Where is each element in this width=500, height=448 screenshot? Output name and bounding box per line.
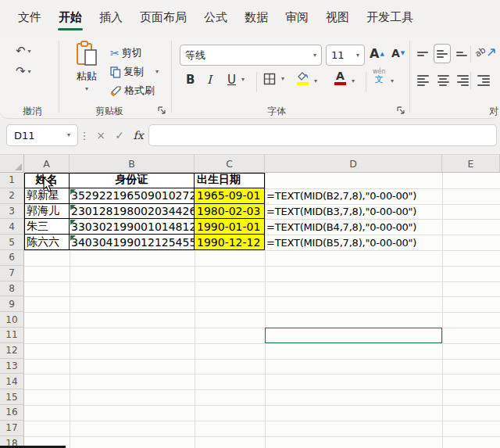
- column-header-E[interactable]: E: [442, 155, 500, 173]
- row-header-6[interactable]: 6: [0, 250, 24, 266]
- fill-color-button[interactable]: [296, 71, 309, 85]
- chevron-down-icon: ▾: [155, 69, 159, 75]
- font-color-button[interactable]: A: [334, 70, 346, 85]
- orientation-button[interactable]: ab: [475, 47, 496, 57]
- ribbon-tab-公式[interactable]: 公式: [203, 5, 228, 31]
- cell-C1[interactable]: 出生日期: [195, 173, 265, 188]
- column-header-A[interactable]: A: [24, 155, 70, 173]
- copy-button[interactable]: 复制 ▾: [110, 65, 159, 79]
- ribbon-tab-审阅[interactable]: 审阅: [284, 5, 309, 31]
- cell-C5[interactable]: 1990-12-12: [195, 235, 265, 250]
- cell-D3[interactable]: =TEXT(MID(B3,7,8),"0-00-00"): [265, 204, 442, 220]
- gridline-horizontal: [24, 343, 500, 344]
- row-header-12[interactable]: 12: [0, 343, 24, 359]
- font-name-combobox[interactable]: 等线 ▾: [180, 45, 322, 66]
- select-all-corner[interactable]: [0, 155, 24, 173]
- row-header-16[interactable]: 16: [0, 405, 24, 421]
- bold-icon: B: [186, 73, 195, 87]
- column-header-C[interactable]: C: [195, 155, 265, 173]
- insert-function-button[interactable]: fx: [130, 124, 147, 146]
- chevron-down-icon: ▾: [85, 86, 88, 92]
- cell-D5[interactable]: =TEXT(MID(B5,7,8),"0-00-00"): [265, 235, 442, 250]
- formula-bar-handle[interactable]: ⋮: [78, 124, 91, 146]
- chevron-down-icon[interactable]: ▾: [391, 78, 394, 84]
- confirm-entry-button[interactable]: ✓: [111, 124, 128, 146]
- cell-B2[interactable]: 352922196509010272: [70, 188, 195, 204]
- cell-C2[interactable]: 1965-09-01: [195, 188, 265, 204]
- ribbon-tab-开发工具[interactable]: 开发工具: [366, 5, 414, 31]
- decrease-font-size-button[interactable]: A▼: [391, 48, 405, 59]
- cell-D4[interactable]: =TEXT(MID(B4,7,8),"0-00-00"): [265, 219, 442, 235]
- cell-A4[interactable]: 朱三: [24, 219, 70, 235]
- button-separator: [470, 72, 471, 89]
- name-box[interactable]: D11 ▾: [6, 124, 78, 146]
- borders-button[interactable]: ▾: [263, 73, 284, 85]
- fill-bucket-icon: [296, 71, 309, 81]
- decrease-indent-button[interactable]: [475, 72, 492, 88]
- cell-A3[interactable]: 郭海儿: [24, 204, 70, 220]
- align-left-button[interactable]: [415, 72, 432, 88]
- error-indicator-triangle: [70, 220, 76, 225]
- ribbon-tab-插入[interactable]: 插入: [98, 5, 123, 31]
- chevron-down-icon[interactable]: ▾: [352, 78, 355, 84]
- cell-B1[interactable]: 身份证: [70, 173, 195, 188]
- row-header-3[interactable]: 3: [0, 204, 24, 220]
- paste-button[interactable]: 粘贴 ▾: [66, 41, 108, 106]
- cell-B4[interactable]: 330302199001014812: [70, 219, 195, 235]
- gridline-horizontal: [24, 405, 500, 406]
- row-header-11[interactable]: 11: [0, 328, 24, 343]
- font-size-combobox[interactable]: 11 ▾: [326, 45, 365, 66]
- cut-button[interactable]: ✂ 剪切: [110, 46, 142, 60]
- increase-font-size-button[interactable]: A▲: [370, 48, 384, 60]
- cell-D2[interactable]: =TEXT(MID(B2,7,8),"0-00-00"): [265, 188, 442, 204]
- orientation-ab-icon: ab: [473, 45, 488, 59]
- row-header-14[interactable]: 14: [0, 374, 24, 389]
- cell-B5[interactable]: 340304199012125455: [70, 235, 195, 250]
- error-indicator-triangle: [70, 235, 76, 241]
- ribbon-tab-页面布局[interactable]: 页面布局: [139, 5, 188, 31]
- bottom-align-button[interactable]: [454, 45, 471, 62]
- row-header-13[interactable]: 13: [0, 359, 24, 375]
- align-center-button[interactable]: [434, 72, 452, 88]
- row-header-4[interactable]: 4: [0, 219, 24, 235]
- row-header-9[interactable]: 9: [0, 296, 24, 312]
- format-painter-button[interactable]: 格式刷: [110, 84, 155, 98]
- gridline-horizontal: [24, 266, 500, 267]
- underline-button[interactable]: U ▾: [227, 73, 245, 87]
- row-header-17[interactable]: 17: [0, 421, 24, 436]
- cancel-entry-button[interactable]: ×: [92, 124, 109, 146]
- error-indicator-triangle: [70, 205, 76, 210]
- grow-font-icon: A: [370, 48, 379, 60]
- italic-button[interactable]: I: [207, 73, 212, 87]
- row-header-2[interactable]: 2: [0, 188, 24, 204]
- row-header-1[interactable]: 1: [0, 173, 24, 188]
- row-header-7[interactable]: 7: [0, 266, 24, 281]
- cell-C3[interactable]: 1980-02-03: [195, 204, 265, 220]
- top-align-button[interactable]: [415, 45, 432, 62]
- cell-C4[interactable]: 1990-01-01: [195, 219, 265, 235]
- undo-button[interactable]: ↶ ▾: [16, 45, 31, 57]
- row-header-8[interactable]: 8: [0, 281, 24, 297]
- ribbon-tab-开始[interactable]: 开始: [58, 5, 83, 31]
- ribbon-tab-文件[interactable]: 文件: [17, 5, 42, 31]
- middle-align-button[interactable]: [434, 44, 451, 63]
- row-header-10[interactable]: 10: [0, 312, 24, 328]
- align-right-button[interactable]: [454, 72, 471, 88]
- redo-button[interactable]: ↷ ▾: [16, 66, 31, 77]
- cell-A5[interactable]: 陈六六: [24, 235, 70, 250]
- ribbon-tab-视图[interactable]: 视图: [325, 5, 350, 31]
- font-dialog-launcher-icon[interactable]: [397, 106, 405, 115]
- row-header-5[interactable]: 5: [0, 235, 24, 250]
- phonetic-guide-button[interactable]: wén 文: [373, 69, 386, 84]
- font-name-value: 等线: [185, 48, 205, 63]
- column-header-D[interactable]: D: [265, 155, 442, 173]
- button-separator: [256, 72, 257, 92]
- bold-button[interactable]: B: [186, 73, 195, 87]
- column-header-B[interactable]: B: [70, 155, 195, 173]
- ribbon-tab-数据[interactable]: 数据: [244, 5, 269, 31]
- formula-input[interactable]: [148, 124, 497, 146]
- clipboard-dialog-launcher-icon[interactable]: [158, 106, 166, 115]
- cell-B3[interactable]: 230128198002034426: [70, 204, 195, 220]
- row-header-15[interactable]: 15: [0, 389, 24, 405]
- chevron-down-icon[interactable]: ▾: [314, 78, 317, 84]
